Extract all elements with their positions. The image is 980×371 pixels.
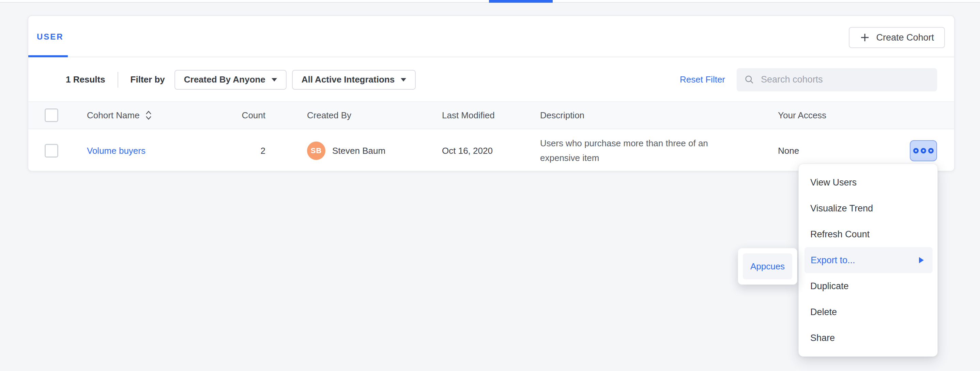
active-nav-indicator: [489, 0, 553, 3]
column-header-description: Description: [540, 110, 778, 121]
cohort-count: 2: [199, 146, 266, 156]
ellipsis-icon: [928, 148, 934, 153]
ellipsis-icon: [921, 148, 926, 153]
select-all-checkbox[interactable]: [45, 108, 58, 122]
menu-item-share[interactable]: Share: [799, 325, 937, 351]
create-cohort-label: Create Cohort: [876, 32, 934, 43]
access-value: None: [778, 146, 799, 156]
reset-filter-link[interactable]: Reset Filter: [680, 74, 725, 85]
column-header-count: Count: [199, 110, 266, 121]
chevron-down-icon: [401, 78, 406, 81]
filter-by-label: Filter by: [130, 74, 165, 85]
menu-item-view-users[interactable]: View Users: [799, 169, 937, 195]
search-icon: [744, 74, 755, 86]
column-header-last-modified: Last Modified: [442, 110, 540, 121]
menu-item-duplicate[interactable]: Duplicate: [799, 273, 937, 299]
row-actions-menu: View Users Visualize Trend Refresh Count…: [799, 164, 938, 357]
chevron-down-icon: [272, 78, 277, 81]
tab-bar: USER Create Cohort: [28, 16, 954, 57]
filter-bar: 1 Results Filter by Created By Anyone Al…: [28, 58, 954, 101]
submenu-item-appcues[interactable]: Appcues: [743, 253, 792, 279]
create-cohort-button[interactable]: Create Cohort: [849, 27, 945, 48]
integrations-filter-value: All Active Integrations: [302, 74, 395, 85]
active-tab-underline: [28, 55, 68, 57]
sort-icon: [144, 110, 153, 121]
row-actions-button[interactable]: [910, 140, 937, 161]
menu-item-visualize-trend[interactable]: Visualize Trend: [799, 195, 937, 221]
created-by-name: Steven Baum: [332, 146, 385, 156]
menu-item-delete[interactable]: Delete: [799, 299, 937, 325]
row-checkbox[interactable]: [45, 144, 58, 158]
results-count: 1 Results: [66, 74, 105, 85]
cohort-description: Users who purchase more than three of an…: [540, 136, 738, 166]
column-header-created-by: Created By: [266, 110, 442, 121]
created-by-filter-value: Created By Anyone: [184, 74, 266, 85]
export-submenu: Appcues: [738, 248, 797, 285]
search-input[interactable]: [760, 74, 929, 85]
tab-user[interactable]: USER: [37, 32, 64, 41]
avatar: SB: [307, 142, 325, 160]
last-modified-date: Oct 16, 2020: [442, 146, 540, 156]
divider: [118, 72, 118, 88]
cohort-name-link[interactable]: Volume buyers: [87, 146, 145, 156]
menu-item-export-to[interactable]: Export to...: [805, 247, 932, 273]
plus-icon: [860, 32, 870, 43]
cohorts-panel: USER Create Cohort 1 Results Filter by C…: [28, 15, 955, 172]
app-top-nav: [0, 0, 980, 3]
column-header-cohort-name[interactable]: Cohort Name: [87, 110, 199, 121]
ellipsis-icon: [913, 148, 919, 153]
table-header: Cohort Name Count Created By Last Modifi…: [28, 101, 954, 129]
search-box: [737, 68, 937, 91]
integrations-filter-dropdown[interactable]: All Active Integrations: [292, 70, 416, 90]
created-by-filter-dropdown[interactable]: Created By Anyone: [175, 70, 286, 90]
submenu-arrow-icon: [919, 257, 924, 263]
export-to-label: Export to...: [811, 255, 855, 266]
column-header-your-access: Your Access: [778, 110, 954, 121]
menu-item-refresh-count[interactable]: Refresh Count: [799, 221, 937, 247]
